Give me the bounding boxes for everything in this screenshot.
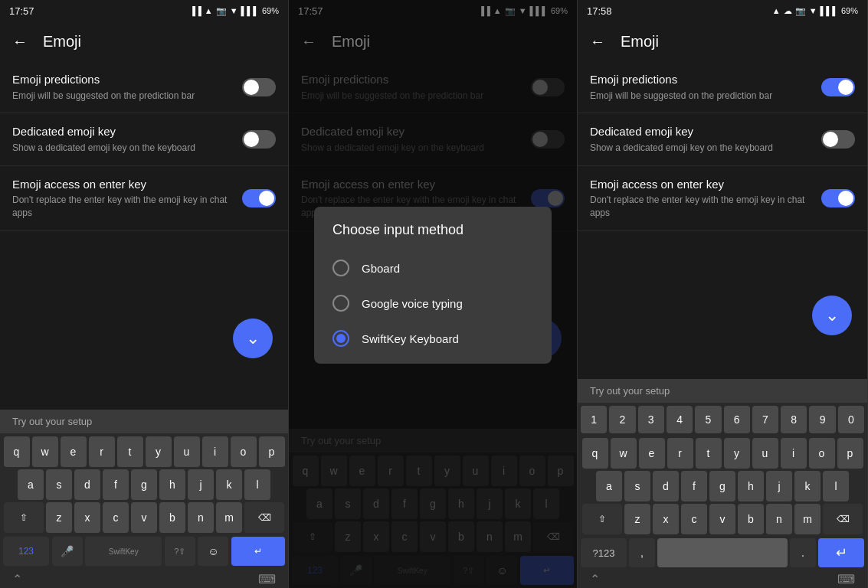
key-k-1[interactable]: k: [216, 469, 242, 500]
key-d-3[interactable]: d: [653, 471, 679, 501]
key-b-1[interactable]: b: [159, 502, 185, 533]
toggle-dedicated-emoji-3[interactable]: [821, 130, 855, 149]
key-o-1[interactable]: o: [231, 436, 257, 467]
key-d-1[interactable]: d: [74, 469, 100, 500]
key-p-1[interactable]: p: [259, 436, 285, 467]
key-r-1[interactable]: r: [89, 436, 115, 467]
key-3-3[interactable]: 3: [638, 406, 664, 433]
key-n-1[interactable]: n: [188, 502, 214, 533]
key-7-3[interactable]: 7: [752, 406, 778, 433]
fab-button-1[interactable]: ⌄: [233, 318, 273, 358]
key-w-3[interactable]: w: [611, 438, 637, 469]
key-t-1[interactable]: t: [117, 436, 143, 467]
key-q-1[interactable]: q: [4, 436, 30, 467]
dialog-option-gboard[interactable]: Gboard: [314, 250, 552, 286]
key-backspace-1[interactable]: ⌫: [244, 502, 284, 533]
key-enter-1[interactable]: ↵: [231, 537, 285, 566]
toggle-emoji-predictions-1[interactable]: [242, 78, 276, 96]
key-w-1[interactable]: w: [32, 436, 58, 467]
key-numbers-3[interactable]: ?123: [581, 538, 627, 567]
key-0-3[interactable]: 0: [838, 406, 864, 433]
key-m-1[interactable]: m: [216, 502, 242, 533]
key-e-3[interactable]: e: [639, 438, 665, 469]
key-i-1[interactable]: i: [202, 436, 228, 467]
key-c-1[interactable]: c: [103, 502, 129, 533]
fab-button-3[interactable]: ⌄: [812, 296, 852, 335]
key-b-3[interactable]: b: [738, 504, 764, 534]
key-l-1[interactable]: l: [244, 469, 270, 500]
key-backspace-3[interactable]: ⌫: [823, 504, 863, 534]
key-x-3[interactable]: x: [653, 504, 679, 534]
key-9-3[interactable]: 9: [809, 406, 835, 433]
key-v-1[interactable]: v: [131, 502, 157, 533]
key-z-1[interactable]: z: [46, 502, 72, 533]
key-1-3[interactable]: 1: [581, 406, 607, 433]
key-emoji-1[interactable]: ☺: [198, 537, 228, 566]
key-space-3[interactable]: [657, 538, 788, 567]
key-s-3[interactable]: s: [624, 471, 650, 501]
key-t-3[interactable]: t: [696, 438, 722, 469]
key-i-3[interactable]: i: [781, 438, 807, 469]
key-u-1[interactable]: u: [174, 436, 200, 467]
key-u-3[interactable]: u: [752, 438, 778, 469]
key-4-3[interactable]: 4: [667, 406, 693, 433]
key-2-3[interactable]: 2: [609, 406, 635, 433]
key-v-3[interactable]: v: [709, 504, 735, 534]
toggle-emoji-predictions-3[interactable]: [821, 78, 855, 96]
key-x-1[interactable]: x: [74, 502, 100, 533]
toggle-dedicated-emoji-1[interactable]: [242, 130, 276, 149]
key-l-3[interactable]: l: [823, 471, 849, 501]
key-g-1[interactable]: g: [131, 469, 157, 500]
key-y-1[interactable]: y: [146, 436, 172, 467]
key-special-1[interactable]: ?⇧: [165, 537, 195, 566]
dialog-option-google-voice[interactable]: Google voice typing: [314, 286, 552, 321]
keyboard-layout-icon-3[interactable]: ⌨: [837, 572, 855, 586]
key-y-3[interactable]: y: [724, 438, 750, 469]
key-g-3[interactable]: g: [709, 471, 735, 501]
key-s-1[interactable]: s: [46, 469, 72, 500]
key-dot-3[interactable]: .: [790, 538, 816, 567]
keyboard-layout-icon-1[interactable]: ⌨: [258, 572, 276, 586]
key-a-3[interactable]: a: [596, 471, 622, 501]
try-out-bar-3[interactable]: Try out your setup: [578, 379, 867, 403]
key-shift-3[interactable]: ⇧: [582, 504, 622, 534]
toggle-emoji-access-1[interactable]: [242, 189, 276, 207]
radio-swiftkey[interactable]: [332, 330, 349, 347]
key-o-3[interactable]: o: [809, 438, 835, 469]
key-z-3[interactable]: z: [624, 504, 650, 534]
try-out-bar-1[interactable]: Try out your setup: [0, 410, 288, 433]
radio-google-voice[interactable]: [332, 295, 349, 312]
radio-gboard[interactable]: [332, 260, 349, 276]
key-k-3[interactable]: k: [794, 471, 821, 501]
key-shift-1[interactable]: ⇧: [4, 502, 44, 533]
key-q-3[interactable]: q: [582, 438, 608, 469]
key-enter-3[interactable]: ↵: [818, 538, 864, 567]
back-button-3[interactable]: ←: [590, 33, 605, 51]
key-numbers-1[interactable]: 123: [3, 537, 49, 566]
toggle-emoji-access-3[interactable]: [821, 189, 855, 207]
key-5-3[interactable]: 5: [695, 406, 721, 433]
key-comma-3[interactable]: ,: [629, 538, 655, 567]
key-a-1[interactable]: a: [18, 469, 44, 500]
setting-dedicated-emoji-1: Dedicated emoji key Show a dedicated emo…: [0, 113, 288, 165]
key-f-1[interactable]: f: [103, 469, 129, 500]
keyboard-hide-icon-1[interactable]: ⌃: [12, 572, 22, 586]
key-f-3[interactable]: f: [681, 471, 707, 501]
back-button-1[interactable]: ←: [12, 33, 28, 51]
key-6-3[interactable]: 6: [724, 406, 750, 433]
key-e-1[interactable]: e: [61, 436, 87, 467]
dialog-overlay[interactable]: Choose input method Gboard Google voice …: [289, 0, 577, 588]
key-h-3[interactable]: h: [738, 471, 764, 501]
key-c-3[interactable]: c: [681, 504, 707, 534]
key-m-3[interactable]: m: [794, 504, 821, 534]
dialog-option-swiftkey[interactable]: SwiftKey Keyboard: [314, 321, 552, 356]
key-8-3[interactable]: 8: [781, 406, 807, 433]
key-j-3[interactable]: j: [766, 471, 792, 501]
key-mic-1[interactable]: 🎤: [52, 537, 83, 566]
keyboard-hide-icon-3[interactable]: ⌃: [590, 572, 600, 586]
key-p-3[interactable]: p: [837, 438, 863, 469]
key-r-3[interactable]: r: [667, 438, 693, 469]
key-n-3[interactable]: n: [766, 504, 792, 534]
key-j-1[interactable]: j: [188, 469, 214, 500]
key-h-1[interactable]: h: [159, 469, 185, 500]
